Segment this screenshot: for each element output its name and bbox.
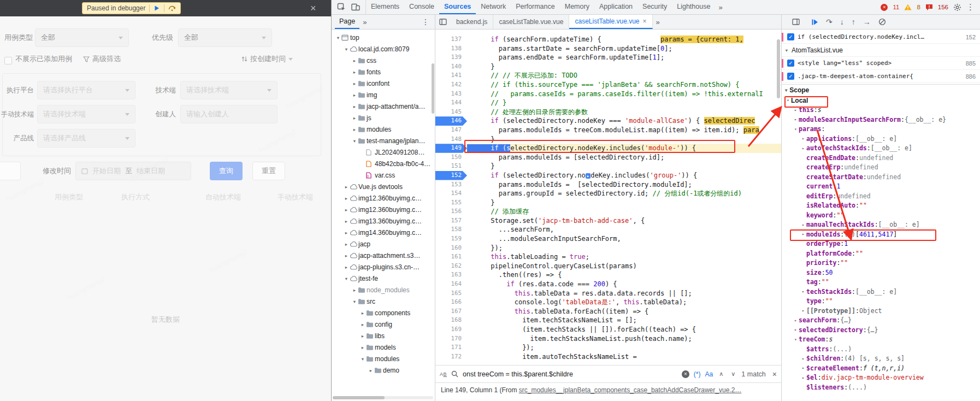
code-line-163[interactable]: 163 .then((res) => { (435, 270, 781, 280)
scope-variable-row[interactable]: ▸searchForm: {…} (782, 316, 980, 326)
line-number[interactable]: 159 (435, 234, 467, 244)
tree-item-iconfont[interactable]: ▸iconfont (332, 78, 435, 89)
tree-item-img12-360buyimg-c-[interactable]: ▸img12.360buyimg.c… (332, 204, 435, 215)
breakpoint-checkbox[interactable]: ✓ (787, 60, 794, 67)
tree-item-modules[interactable]: ▾modules (332, 353, 435, 364)
tab-lighthouse[interactable]: Lighthouse (672, 0, 715, 14)
settings-gear-icon[interactable] (953, 3, 961, 11)
match-case-toggle[interactable]: Aa (705, 370, 713, 378)
issues-icon[interactable] (925, 4, 933, 11)
more-tabs-icon[interactable]: » (715, 0, 725, 14)
code-line-145[interactable]: 145 // 处理左侧的目录所需要的参数 (435, 108, 781, 117)
tree-item-img14-360buyimg-c-[interactable]: ▸img14.360buyimg.c… (332, 227, 435, 238)
code-line-156[interactable]: 156 // 添加缓存 (435, 207, 781, 216)
code-line-139[interactable]: 139 params.endDate = searchForm.updateTi… (435, 53, 781, 62)
scope-variable-row[interactable]: ▸$el: div.jacp-tm-module-overview (782, 373, 980, 383)
code-line-152[interactable]: 152 if (selectedDirectory.no▸deKey.inclu… (435, 171, 781, 180)
scope-variable-row[interactable]: editErp: undefined (782, 191, 980, 201)
line-number[interactable]: 164 (435, 280, 467, 289)
close-icon[interactable]: × (310, 3, 316, 14)
code-line-170[interactable]: 170 item.techStacksNameList.push(teach.n… (435, 334, 781, 344)
tree-item-jtest-fe[interactable]: ▾jtest-fe (332, 273, 435, 284)
breakpoint-line-number[interactable]: 146 (435, 116, 467, 126)
tab-elements[interactable]: Elements (366, 0, 404, 14)
code-line-154[interactable]: 154 params.groupId = selectedDirectory.i… (435, 189, 781, 198)
scope-variable-row[interactable]: ▸moduleIds: (2) [4611, 5417] (782, 229, 980, 239)
manual-tech-select[interactable]: 请选择技术端 (37, 105, 135, 123)
line-number[interactable]: 144 (435, 98, 467, 108)
tree-item-var-css[interactable]: {}var.css (332, 169, 435, 181)
code-line-153[interactable]: 153 params.moduleIds = [selectedDirector… (435, 180, 781, 190)
breakpoint-entry[interactable]: ✓.jacp-tm-deepest-atom-container{886 (782, 70, 980, 83)
line-number[interactable]: 169 (435, 325, 467, 334)
line-number[interactable]: 165 (435, 289, 467, 298)
line-number[interactable]: 161 (435, 252, 467, 262)
scope-variable-row[interactable]: createEndDate: undefined (782, 153, 980, 163)
line-number[interactable]: 153 (435, 180, 467, 190)
line-number[interactable]: 143 (435, 90, 467, 99)
scope-section-header[interactable]: ▾ Scope (782, 85, 980, 96)
step-over-icon[interactable] (168, 5, 176, 11)
line-number[interactable]: 170 (435, 334, 467, 344)
tree-item-css[interactable]: ▸css (332, 55, 435, 66)
scope-variable-row[interactable]: createStartDate: undefined (782, 172, 980, 182)
step-button[interactable]: → (863, 18, 871, 26)
warning-count[interactable]: 8 (917, 4, 920, 10)
line-number[interactable]: 163 (435, 270, 467, 280)
code-line-167[interactable]: 167 this.tableData.forEach((item) => { (435, 307, 781, 316)
tree-item-demo[interactable]: ▸demo (332, 364, 435, 376)
tree-item-local-jd-com-8079[interactable]: ▾local.jd.com:8079 (332, 43, 435, 55)
code-line-147[interactable]: 147 params.moduleIds = treeCom.moduleLis… (435, 126, 781, 135)
line-number[interactable]: 166 (435, 298, 467, 307)
breakpoint-entry[interactable]: ✓if (selectedDirectory.nodeKey.incl…152 (782, 31, 980, 44)
scope-variable-row[interactable]: ▸moduleSearchInputSearchForm: {__ob__: e… (782, 115, 980, 125)
code-line-148[interactable]: 148 } (435, 135, 781, 144)
line-number[interactable]: 168 (435, 316, 467, 325)
editor-tab[interactable]: backend.js (451, 15, 493, 29)
line-number[interactable]: 150 (435, 153, 467, 162)
case-type-select[interactable]: 全部 (35, 28, 129, 47)
whole-word-icon[interactable]: AB (440, 371, 447, 377)
tree-item-jacp-plugins-s3-cn-[interactable]: ▸jacp-plugins.s3.cn-… (332, 261, 435, 273)
breakpoint-line-number[interactable]: 149 (435, 144, 467, 153)
scope-variable-row[interactable]: ▸selectedDirectory: {…} (782, 325, 980, 335)
tab-memory[interactable]: Memory (560, 0, 594, 14)
code-line-138[interactable]: 138 params.startDate = searchForm.update… (435, 44, 781, 54)
scope-variable-row[interactable]: type: "" (782, 297, 980, 306)
tree-item-top[interactable]: ▾top (332, 32, 435, 43)
editor-scrollbar[interactable] (777, 31, 781, 352)
editor-tab[interactable]: caseListTable.vue.vue (493, 15, 569, 29)
code-viewport[interactable]: 137 if (searchForm.updateTime) { params … (435, 30, 781, 365)
tree-item-components[interactable]: ▸components (332, 307, 435, 319)
line-number[interactable]: 142 (435, 80, 467, 90)
code-line-157[interactable]: 157 Storage.set('jacp-tm-batch-add-case'… (435, 216, 781, 226)
scope-variable-row[interactable]: current: 1 (782, 182, 980, 192)
priority-select[interactable]: 全部 (178, 28, 272, 47)
tree-item-fonts[interactable]: ▸fonts (332, 66, 435, 78)
scope-variable-row[interactable]: orderType: 1 (782, 239, 980, 249)
code-line-168[interactable]: 168 item.techStacksNameList = []; (435, 316, 781, 325)
breakpoint-entry[interactable]: ✓<style lang="less" scoped>885 (782, 57, 980, 70)
tab-sources[interactable]: Sources (439, 0, 476, 14)
line-number[interactable]: 148 (435, 135, 467, 144)
tree-item-img12-360buyimg-c-[interactable]: ▸img12.360buyimg.c… (332, 192, 435, 204)
code-line-142[interactable]: 142 // if (this.sourceType === 'jplanBet… (435, 80, 781, 90)
code-line-137[interactable]: 137 if (searchForm.updateTime) { params … (435, 35, 781, 44)
scope-variable-row[interactable]: createErp: undefined (782, 163, 980, 173)
breakpoint-checkbox[interactable]: ✓ (787, 33, 794, 40)
tree-item-jacp[interactable]: ▸jacp (332, 238, 435, 250)
tree-item-jacp-attachment-a-[interactable]: ▸jacp-attachment/a… (332, 101, 435, 112)
scope-variable-row[interactable]: ▸autoTechStackIds: [__ob__: e] (782, 144, 980, 154)
line-number[interactable]: 140 (435, 62, 467, 72)
navigator-menu-icon[interactable]: ⋮ (420, 17, 432, 26)
code-line-165[interactable]: 165 this.tableData = res.data.data.recor… (435, 289, 781, 298)
scope-variable-row[interactable]: ▸[[Prototype]]: Object (782, 306, 980, 316)
code-line-155[interactable]: 155 } (435, 198, 781, 208)
resume-script-icon[interactable] (154, 5, 160, 11)
tree-item-modules[interactable]: ▸modules (332, 123, 435, 135)
toggle-navigator-icon[interactable] (435, 15, 451, 29)
line-number[interactable]: 139 (435, 53, 467, 62)
scope-variable-row[interactable]: ▸$children: (4) [s, s, s, s] (782, 354, 980, 364)
product-line-select[interactable]: 请选择产品线 (37, 129, 135, 148)
tree-item-img[interactable]: ▸img (332, 89, 435, 101)
